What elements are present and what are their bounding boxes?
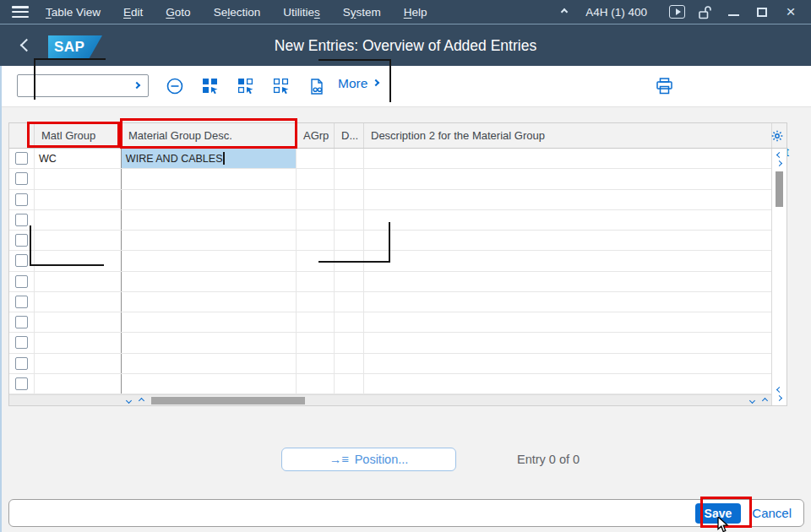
menu-goto[interactable]: Goto bbox=[166, 6, 190, 19]
col-header-material-group-desc[interactable]: Material Group Desc. bbox=[122, 123, 297, 148]
menu-system[interactable]: System bbox=[343, 6, 381, 19]
select-all-icon[interactable] bbox=[198, 74, 223, 98]
table-row bbox=[9, 251, 771, 271]
footer-status-bar[interactable]: Save Cancel bbox=[8, 499, 804, 527]
col-header-description-2[interactable]: Description 2 for the Material Group bbox=[364, 123, 772, 148]
sap-gui-window: Table View Edit Goto Selection Utilities… bbox=[0, 0, 811, 532]
vertical-scrollbar[interactable] bbox=[771, 149, 787, 405]
minimize-button[interactable] bbox=[727, 5, 740, 19]
maximize-button[interactable] bbox=[755, 5, 769, 19]
table-row bbox=[9, 231, 771, 251]
scroll-right-icon[interactable] bbox=[139, 397, 144, 403]
cell-d[interactable] bbox=[335, 149, 364, 168]
row-checkbox[interactable] bbox=[15, 214, 28, 226]
select-block-icon[interactable] bbox=[233, 74, 259, 98]
row-checkbox[interactable] bbox=[15, 234, 28, 247]
combobox-chevron-icon bbox=[133, 82, 140, 89]
entries-table: Matl Group Material Group Desc. AGrp D..… bbox=[8, 122, 787, 406]
cancel-button[interactable]: Cancel bbox=[752, 506, 792, 520]
col-header-d[interactable]: D... bbox=[335, 123, 364, 148]
page-title: New Entries: Overview of Added Entries bbox=[0, 37, 811, 55]
vertical-scroll-thumb[interactable] bbox=[776, 171, 783, 207]
delete-row-icon[interactable] bbox=[162, 74, 188, 98]
layout-combobox[interactable] bbox=[17, 74, 149, 97]
table-row bbox=[9, 292, 771, 312]
display-document-icon[interactable] bbox=[304, 74, 329, 98]
scroll-left-icon[interactable] bbox=[749, 397, 755, 403]
table-row bbox=[9, 190, 771, 210]
table-body: WC WIRE AND CABLES bbox=[9, 149, 771, 394]
entry-counter: Entry 0 of 0 bbox=[517, 453, 580, 466]
row-checkbox[interactable] bbox=[15, 296, 28, 308]
menu-bar: Table View Edit Goto Selection Utilities… bbox=[0, 0, 811, 24]
row-checkbox[interactable] bbox=[15, 316, 28, 328]
table-row: WC WIRE AND CABLES bbox=[9, 149, 771, 169]
scroll-down-icon[interactable] bbox=[776, 160, 782, 166]
cell-description-2[interactable] bbox=[364, 149, 771, 168]
scroll-right-icon[interactable] bbox=[762, 397, 768, 403]
overflow-chevron-icon[interactable] bbox=[561, 8, 568, 15]
more-button[interactable]: More bbox=[338, 76, 378, 91]
menu-edit[interactable]: Edit bbox=[123, 6, 143, 19]
table-row bbox=[9, 333, 771, 353]
row-checkbox[interactable] bbox=[15, 254, 28, 267]
col-header-matl-group[interactable]: Matl Group bbox=[35, 123, 122, 148]
position-icon: →≡ bbox=[329, 453, 349, 466]
menu-selection[interactable]: Selection bbox=[214, 6, 261, 19]
title-bar: SAP New Entries: Overview of Added Entri… bbox=[0, 24, 811, 66]
scroll-left-icon[interactable] bbox=[126, 397, 132, 403]
menu-table-view[interactable]: Table View bbox=[46, 6, 101, 19]
row-checkbox[interactable] bbox=[15, 377, 28, 390]
system-id: A4H (1) 400 bbox=[585, 6, 647, 19]
row-checkbox[interactable] bbox=[15, 172, 28, 185]
scroll-up-icon[interactable] bbox=[776, 387, 782, 393]
scroll-up-icon[interactable] bbox=[776, 152, 782, 158]
position-button[interactable]: →≡ Position... bbox=[281, 448, 456, 471]
print-icon[interactable] bbox=[652, 74, 676, 98]
cell-matl-group[interactable]: WC bbox=[35, 149, 122, 168]
row-checkbox[interactable] bbox=[15, 193, 28, 206]
horizontal-scrollbar[interactable] bbox=[9, 394, 771, 405]
table-settings-gear-icon[interactable] bbox=[771, 130, 783, 142]
select-column-header[interactable] bbox=[9, 123, 35, 148]
col-header-agrp[interactable]: AGrp bbox=[297, 123, 335, 148]
table-row bbox=[9, 374, 771, 394]
row-checkbox[interactable] bbox=[15, 357, 28, 370]
menu-bar-right: A4H (1) 400 × bbox=[562, 5, 811, 19]
mouse-cursor bbox=[717, 517, 730, 532]
table-header-row: Matl Group Material Group Desc. AGrp D..… bbox=[9, 123, 787, 149]
cell-material-group-desc-active[interactable]: WIRE AND CABLES bbox=[122, 149, 297, 168]
row-checkbox[interactable] bbox=[15, 152, 28, 165]
menu-utilities[interactable]: Utilities bbox=[283, 6, 320, 19]
close-button[interactable]: × bbox=[784, 5, 797, 19]
unlock-icon[interactable] bbox=[699, 5, 711, 19]
table-row bbox=[9, 312, 771, 333]
table-row bbox=[9, 210, 771, 231]
table-row bbox=[9, 272, 771, 292]
deselect-all-icon[interactable] bbox=[269, 74, 294, 98]
scroll-down-icon[interactable] bbox=[776, 395, 782, 401]
window-left-edge bbox=[0, 66, 2, 532]
hamburger-menu-icon[interactable] bbox=[12, 6, 29, 18]
table-row bbox=[9, 354, 771, 374]
cell-agrp[interactable] bbox=[297, 149, 335, 168]
row-checkbox[interactable] bbox=[15, 275, 28, 288]
horizontal-scroll-thumb[interactable] bbox=[151, 397, 305, 404]
row-checkbox[interactable] bbox=[15, 336, 28, 349]
gui-scripting-icon[interactable] bbox=[669, 5, 685, 19]
text-caret bbox=[223, 152, 225, 165]
menu-help[interactable]: Help bbox=[404, 6, 427, 19]
application-toolbar: More Display Exit bbox=[0, 66, 811, 107]
table-row bbox=[9, 169, 771, 189]
